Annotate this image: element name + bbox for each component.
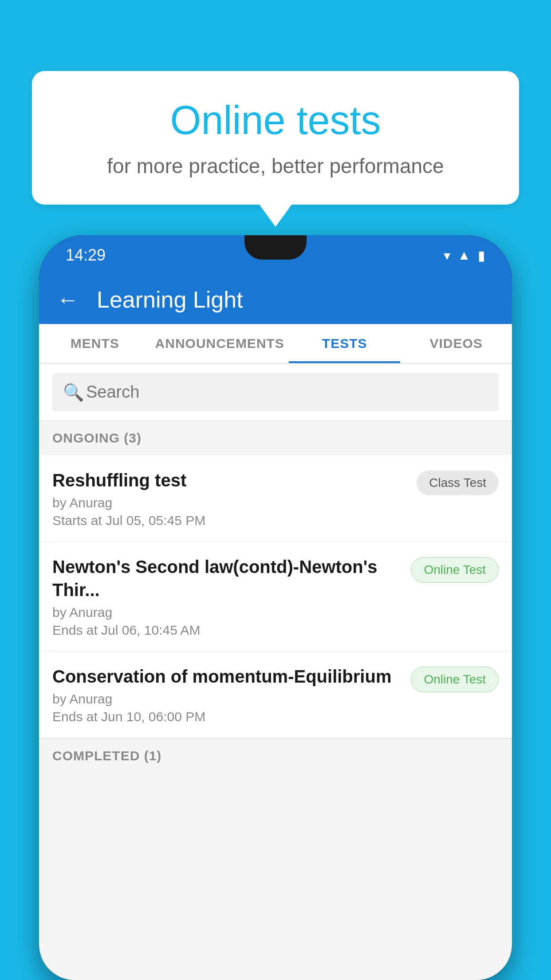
bubble-title: Online tests	[67, 98, 484, 143]
test-badge-2: Online Test	[411, 557, 499, 583]
speech-bubble: Online tests for more practice, better p…	[32, 71, 519, 205]
phone-content: 🔍 ONGOING (3) Reshuffling test by Anurag…	[39, 364, 512, 980]
test-badge-3: Online Test	[411, 667, 499, 692]
test-badge-1: Class Test	[417, 470, 499, 495]
battery-icon: ▮	[478, 248, 485, 263]
test-name-1: Reshuffling test	[52, 469, 408, 492]
test-by-2: by Anurag	[52, 605, 402, 620]
test-item-2[interactable]: Newton's Second law(contd)-Newton's Thir…	[39, 542, 512, 652]
search-input[interactable]	[52, 373, 499, 411]
tabs-bar: MENTS ANNOUNCEMENTS TESTS VIDEOS	[39, 324, 512, 364]
test-date-3: Ends at Jun 10, 06:00 PM	[52, 709, 402, 724]
test-item[interactable]: Reshuffling test by Anurag Starts at Jul…	[39, 455, 512, 542]
test-by-3: by Anurag	[52, 692, 402, 707]
tab-announcements[interactable]: ANNOUNCEMENTS	[151, 324, 289, 363]
search-container: 🔍	[39, 364, 512, 421]
test-info-1: Reshuffling test by Anurag Starts at Jul…	[52, 469, 408, 528]
status-icons: ▾ ▲ ▮	[444, 248, 485, 263]
app-title: Learning Light	[97, 286, 243, 313]
signal-icon: ▲	[457, 248, 471, 263]
bubble-subtitle: for more practice, better performance	[67, 154, 484, 178]
search-wrapper: 🔍	[52, 373, 499, 411]
test-info-2: Newton's Second law(contd)-Newton's Thir…	[52, 555, 402, 638]
phone-frame: 14:29 ▾ ▲ ▮ ← Learning Light MENTS ANNOU…	[39, 235, 512, 980]
status-bar: 14:29 ▾ ▲ ▮	[39, 235, 512, 275]
test-list: Reshuffling test by Anurag Starts at Jul…	[39, 455, 512, 738]
ongoing-section-header: ONGOING (3)	[39, 421, 512, 455]
test-date-2: Ends at Jul 06, 10:45 AM	[52, 623, 402, 638]
wifi-icon: ▾	[444, 248, 450, 263]
test-date-1: Starts at Jul 05, 05:45 PM	[52, 513, 408, 528]
phone-notch	[244, 235, 307, 260]
tab-videos[interactable]: VIDEOS	[400, 324, 512, 363]
speech-bubble-container: Online tests for more practice, better p…	[32, 71, 519, 205]
test-item-3[interactable]: Conservation of momentum-Equilibrium by …	[39, 652, 512, 738]
test-name-3: Conservation of momentum-Equilibrium	[52, 665, 402, 688]
search-icon: 🔍	[63, 383, 84, 402]
app-bar: ← Learning Light	[39, 275, 512, 324]
test-info-3: Conservation of momentum-Equilibrium by …	[52, 665, 402, 724]
test-name-2: Newton's Second law(contd)-Newton's Thir…	[52, 555, 402, 601]
tab-tests[interactable]: TESTS	[289, 324, 401, 363]
tab-ments[interactable]: MENTS	[39, 324, 151, 363]
test-by-1: by Anurag	[52, 495, 408, 510]
status-time: 14:29	[66, 246, 106, 265]
completed-section-header: COMPLETED (1)	[39, 738, 512, 773]
back-button[interactable]: ←	[57, 287, 79, 312]
